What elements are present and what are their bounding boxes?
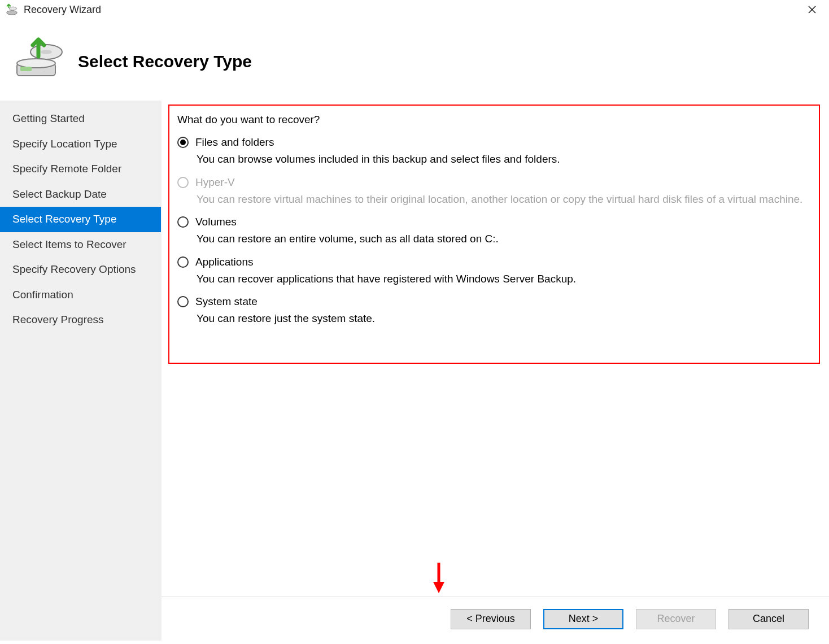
step-confirmation[interactable]: Confirmation [0, 282, 161, 308]
step-select-items-to-recover[interactable]: Select Items to Recover [0, 232, 161, 258]
option-label: Applications [195, 256, 253, 268]
wizard-footer: < Previous Next > Recover Cancel [162, 597, 829, 641]
wizard-header: Select Recovery Type [0, 19, 829, 101]
step-getting-started[interactable]: Getting Started [0, 106, 161, 132]
radio-hyper-v [177, 177, 189, 188]
option-hyper-v: Hyper-V You can restore virtual machines… [176, 176, 812, 207]
window-title: Recovery Wizard [24, 4, 800, 16]
radio-applications[interactable] [177, 256, 189, 268]
option-volumes[interactable]: Volumes You can restore an entire volume… [176, 216, 812, 247]
option-description: You can restore just the system state. [197, 311, 812, 327]
option-files-and-folders[interactable]: Files and folders You can browse volumes… [176, 136, 812, 167]
app-icon [6, 3, 18, 16]
option-description: You can restore an entire volume, such a… [197, 232, 812, 247]
option-label: Hyper-V [195, 176, 235, 189]
annotation-arrow-icon [432, 560, 446, 594]
recover-button: Recover [636, 609, 716, 629]
cancel-button[interactable]: Cancel [728, 609, 809, 629]
svg-point-1 [9, 7, 16, 10]
option-description: You can restore virtual machines to thei… [197, 192, 812, 207]
step-recovery-progress[interactable]: Recovery Progress [0, 307, 161, 333]
radio-volumes[interactable] [177, 216, 189, 228]
step-specify-recovery-options[interactable]: Specify Recovery Options [0, 257, 161, 282]
wizard-body: Getting Started Specify Location Type Sp… [0, 101, 829, 641]
radio-files-and-folders[interactable] [177, 137, 189, 148]
option-system-state[interactable]: System state You can restore just the sy… [176, 295, 812, 327]
next-button[interactable]: Next > [543, 609, 623, 629]
wizard-steps-sidebar: Getting Started Specify Location Type Sp… [0, 101, 161, 641]
previous-button[interactable]: < Previous [451, 609, 531, 629]
option-description: You can browse volumes included in this … [197, 152, 812, 167]
svg-marker-8 [433, 582, 444, 593]
option-description: You can recover applications that have r… [197, 272, 812, 287]
close-button[interactable] [800, 1, 824, 18]
radio-system-state[interactable] [177, 296, 189, 307]
step-select-recovery-type[interactable]: Select Recovery Type [0, 207, 161, 232]
svg-rect-6 [20, 67, 32, 71]
annotation-highlight-box: What do you want to recover? Files and f… [168, 105, 820, 364]
option-label: Volumes [195, 216, 237, 228]
close-icon [808, 5, 817, 14]
title-bar: Recovery Wizard [0, 0, 829, 19]
page-title: Select Recovery Type [78, 52, 252, 71]
step-specify-location-type[interactable]: Specify Location Type [0, 132, 161, 157]
wizard-header-icon [12, 32, 67, 86]
option-label: Files and folders [195, 136, 274, 149]
option-label: System state [195, 295, 258, 308]
step-specify-remote-folder[interactable]: Specify Remote Folder [0, 156, 161, 182]
step-select-backup-date[interactable]: Select Backup Date [0, 182, 161, 207]
wizard-content: What do you want to recover? Files and f… [161, 101, 829, 641]
option-applications[interactable]: Applications You can recover application… [176, 256, 812, 287]
svg-point-0 [7, 11, 17, 15]
svg-point-5 [17, 59, 55, 68]
svg-point-3 [41, 50, 52, 54]
recovery-question: What do you want to recover? [177, 114, 812, 126]
